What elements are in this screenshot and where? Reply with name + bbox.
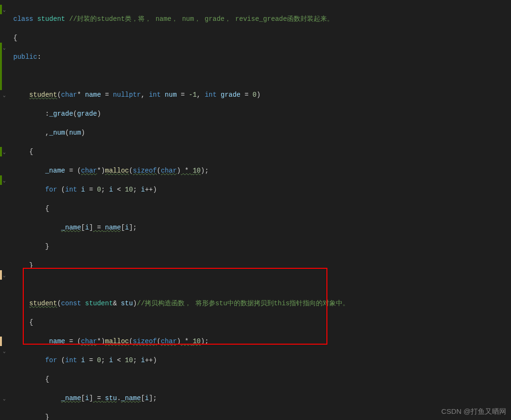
gutter: ⌄ ⌄ ⌄ ⌄ ⌄ ⌄ ⌄ ⌄	[0, 0, 9, 420]
code-content[interactable]: class student //封装的student类，将， name， num…	[9, 0, 511, 420]
code-editor[interactable]: ⌄ ⌄ ⌄ ⌄ ⌄ ⌄ ⌄ ⌄ class student //封装的stude…	[0, 0, 511, 420]
watermark: CSDN @打鱼又晒网	[441, 407, 506, 416]
